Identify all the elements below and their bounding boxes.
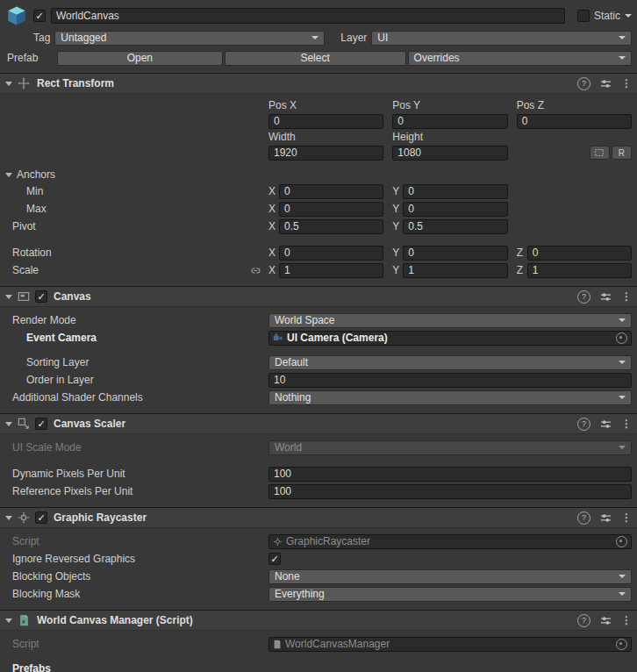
presets-icon[interactable] xyxy=(600,291,612,303)
scale-x-field[interactable]: 1 xyxy=(279,263,383,278)
dropdown-arrow-icon xyxy=(619,36,626,39)
pos-y-field[interactable]: 0 xyxy=(392,114,507,129)
presets-icon[interactable] xyxy=(600,615,612,626)
canvas-scaler-header[interactable]: Canvas Scaler ? ⋮ xyxy=(0,413,637,434)
order-in-layer-row: Order in Layer 10 xyxy=(0,371,637,389)
event-camera-field[interactable]: UI Camera (Camera) xyxy=(268,331,632,346)
shader-channels-value: Nothing xyxy=(275,391,311,404)
foldout-icon[interactable] xyxy=(5,82,12,86)
size-labels-row: Width Height xyxy=(0,130,637,144)
link-scale-icon[interactable] xyxy=(250,265,261,276)
menu-icon[interactable]: ⋮ xyxy=(621,291,632,302)
layer-dropdown[interactable]: UI xyxy=(371,31,632,46)
component-title: Canvas xyxy=(54,290,91,303)
menu-icon[interactable]: ⋮ xyxy=(621,418,632,429)
camera-icon xyxy=(273,332,283,343)
presets-icon[interactable] xyxy=(600,512,612,524)
menu-icon[interactable]: ⋮ xyxy=(621,78,632,89)
anchor-min-x-field[interactable]: 0 xyxy=(279,184,383,199)
gameobject-active-checkbox[interactable] xyxy=(33,10,46,22)
pos-x-label: Pos X xyxy=(268,99,297,111)
help-icon[interactable]: ? xyxy=(577,511,590,525)
foldout-icon[interactable] xyxy=(5,173,12,177)
object-picker-icon[interactable] xyxy=(616,332,627,344)
help-icon[interactable]: ? xyxy=(577,290,590,304)
dynamic-ppu-field[interactable]: 100 xyxy=(268,467,632,482)
tag-dropdown[interactable]: Untagged xyxy=(54,31,325,46)
graphic-raycaster-header[interactable]: Graphic Raycaster ? ⋮ xyxy=(0,507,637,528)
ui-scale-mode-label: UI Scale Mode xyxy=(12,441,268,454)
blocking-objects-dropdown[interactable]: None xyxy=(268,569,632,584)
foldout-icon[interactable] xyxy=(5,516,12,520)
dropdown-arrow-icon xyxy=(311,36,318,39)
scale-row: Scale X1 Y1 Z1 xyxy=(0,261,637,279)
foldout-icon[interactable] xyxy=(5,618,12,623)
raw-edit-mode-button[interactable]: R xyxy=(612,146,632,160)
canvas-enabled-checkbox[interactable] xyxy=(35,290,47,303)
foldout-icon[interactable] xyxy=(5,422,12,426)
static-toggle[interactable]: Static xyxy=(577,10,632,22)
sorting-layer-value: Default xyxy=(275,356,308,368)
prefab-select-button[interactable]: Select xyxy=(225,51,406,66)
blocking-mask-row: Blocking Mask Everything xyxy=(0,585,637,603)
height-field[interactable]: 1080 xyxy=(392,146,507,161)
presets-icon[interactable] xyxy=(600,78,612,89)
prefab-open-button[interactable]: Open xyxy=(57,51,223,66)
blocking-mask-value: Everything xyxy=(275,588,325,600)
static-label: Static xyxy=(594,10,620,22)
pivot-x-field[interactable]: 0.5 xyxy=(279,219,383,234)
y-axis-label: Y xyxy=(392,220,400,232)
ignore-reversed-checkbox[interactable] xyxy=(268,553,281,565)
dropdown-arrow-icon xyxy=(619,396,626,399)
anchor-max-y-field[interactable]: 0 xyxy=(403,202,507,217)
anchor-min-row: Min X0 Y0 xyxy=(0,182,637,200)
order-in-layer-field[interactable]: 10 xyxy=(268,373,632,388)
world-canvas-manager-header[interactable]: # World Canvas Manager (Script) ? ⋮ xyxy=(0,610,637,631)
shader-channels-dropdown[interactable]: Nothing xyxy=(268,390,632,405)
menu-icon[interactable]: ⋮ xyxy=(621,512,632,523)
static-dropdown-arrow-icon[interactable] xyxy=(625,14,632,18)
rotation-x-field[interactable]: 0 xyxy=(279,246,383,261)
z-axis-label: Z xyxy=(517,247,525,259)
graphic-raycaster-enabled-checkbox[interactable] xyxy=(35,511,47,524)
dynamic-ppu-label: Dynamic Pixels Per Unit xyxy=(12,468,268,480)
prefab-overrides-dropdown[interactable]: Overrides xyxy=(408,51,632,66)
width-field[interactable]: 1920 xyxy=(268,146,383,161)
pos-z-field[interactable]: 0 xyxy=(517,114,632,129)
blueprint-mode-button[interactable] xyxy=(590,146,610,160)
ui-scale-mode-value: World xyxy=(275,441,302,454)
static-checkbox[interactable] xyxy=(577,10,590,22)
order-in-layer-label: Order in Layer xyxy=(12,374,268,386)
pivot-y-field[interactable]: 0.5 xyxy=(403,219,507,234)
menu-icon[interactable]: ⋮ xyxy=(621,615,632,626)
presets-icon[interactable] xyxy=(600,418,612,430)
rotation-y-field[interactable]: 0 xyxy=(403,246,507,261)
scale-z-field[interactable]: 1 xyxy=(527,263,632,278)
canvas-header[interactable]: Canvas ? ⋮ xyxy=(0,286,637,307)
object-picker-icon[interactable] xyxy=(616,639,627,650)
anchors-foldout[interactable]: Anchors xyxy=(0,167,637,182)
y-axis-label: Y xyxy=(392,247,400,259)
render-mode-value: World Space xyxy=(275,314,334,326)
pos-fields-row: 0 0 0 xyxy=(0,112,637,130)
help-icon[interactable]: ? xyxy=(577,418,590,431)
reference-ppu-field[interactable]: 100 xyxy=(268,484,632,499)
gameobject-name-field[interactable]: WorldCanvas xyxy=(51,8,565,24)
anchor-min-y-field[interactable]: 0 xyxy=(403,184,507,199)
help-icon[interactable]: ? xyxy=(577,614,590,627)
reference-ppu-label: Reference Pixels Per Unit xyxy=(12,485,268,497)
object-picker-icon[interactable] xyxy=(616,536,627,547)
ignore-reversed-label: Ignore Reversed Graphics xyxy=(12,553,268,565)
sorting-layer-dropdown[interactable]: Default xyxy=(268,355,632,370)
dropdown-arrow-icon xyxy=(619,318,626,322)
foldout-icon[interactable] xyxy=(5,295,12,299)
rect-transform-header[interactable]: Rect Transform ? ⋮ xyxy=(0,73,637,94)
blocking-mask-dropdown[interactable]: Everything xyxy=(268,587,632,602)
anchor-max-x-field[interactable]: 0 xyxy=(279,202,383,217)
scale-y-field[interactable]: 1 xyxy=(403,263,507,278)
rotation-z-field[interactable]: 0 xyxy=(527,246,632,261)
canvas-scaler-enabled-checkbox[interactable] xyxy=(35,418,47,430)
help-icon[interactable]: ? xyxy=(577,77,590,90)
render-mode-dropdown[interactable]: World Space xyxy=(268,313,632,328)
pos-x-field[interactable]: 0 xyxy=(268,114,383,129)
